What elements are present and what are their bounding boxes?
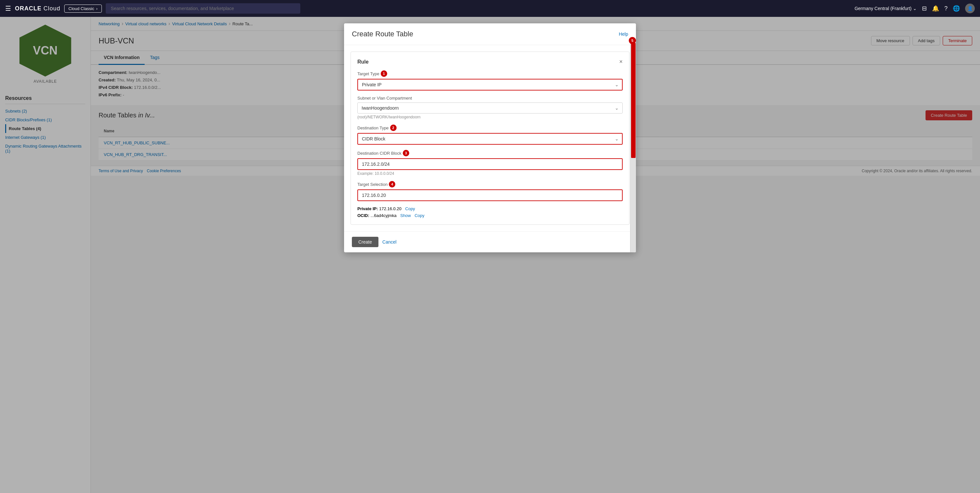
cloud-classic-arrow-icon: › [96,6,98,11]
ocid-show-link[interactable]: Show [400,213,411,218]
target-selection-label-text: Target Selection [357,182,388,187]
cloud-classic-button[interactable]: Cloud Classic › [64,5,102,13]
target-type-select-wrapper: Private IP Internet Gateway NAT Gateway … [357,79,623,91]
cloud-classic-label: Cloud Classic [68,6,94,11]
target-type-select[interactable]: Private IP Internet Gateway NAT Gateway … [357,79,623,91]
ocid-value: ...6ad4cyjmka [370,213,396,218]
hamburger-icon[interactable]: ☰ [5,5,11,12]
destination-type-select[interactable]: CIDR Block Service [357,133,623,145]
monitor-icon[interactable]: ⊟ [922,5,927,12]
globe-icon[interactable]: 🌐 [953,5,960,12]
rule-close-button[interactable]: × [619,58,623,65]
ocid-label: OCID: [357,213,370,218]
target-selection-label: Target Selection 4 [357,181,623,188]
destination-cidr-badge: 3 [403,150,409,156]
modal-scrollbar[interactable]: 5 [630,43,636,252]
ocid-row: OCID: ...6ad4cyjmka Show Copy [357,213,623,218]
private-ip-value: 172.16.0.20 [379,206,401,211]
destination-cidr-label: Destination CIDR Block 3 [357,150,623,156]
rule-panel: Rule × Target Type 1 Private IP Internet… [350,52,630,225]
destination-type-label: Destination Type 2 [357,124,623,131]
destination-cidr-group: Destination CIDR Block 3 Example: 10.0.0… [357,150,623,176]
avatar[interactable]: 👤 [965,3,975,13]
top-nav: ☰ ORACLE Cloud Cloud Classic › Germany C… [0,0,980,17]
rule-title: Rule × [357,58,623,65]
nav-right: Germany Central (Frankfurt) ⌄ ⊟ 🔔 ? 🌐 👤 [854,3,975,13]
target-type-badge: 1 [381,70,387,77]
subnet-compartment-label: Subnet or Vlan Compartment [357,96,623,100]
subnet-compartment-select[interactable]: IwanHoogendoorn [357,102,623,113]
private-ip-label: Private IP: [357,206,379,211]
modal-footer: Create Cancel [344,231,636,252]
oracle-logo: ORACLE Cloud [15,5,60,12]
search-input[interactable] [106,3,300,14]
modal-create-button[interactable]: Create [352,237,379,247]
target-selection-input[interactable] [357,189,623,201]
help-icon[interactable]: ? [944,5,948,12]
ocid-copy-link[interactable]: Copy [414,213,424,218]
destination-cidr-label-text: Destination CIDR Block [357,151,401,156]
subnet-compartment-label-text: Subnet or Vlan Compartment [357,96,412,100]
modal-help-link[interactable]: Help [619,32,628,37]
destination-cidr-input[interactable] [357,158,623,170]
target-type-label: Target Type 1 [357,70,623,77]
modal-overlay: Create Route Table Help Rule × Target Ty… [0,17,980,493]
bell-icon[interactable]: 🔔 [932,5,939,12]
target-selection-badge: 4 [389,181,395,188]
scroll-thumb [631,43,636,158]
destination-cidr-example: Example: 10.0.0.0/24 [357,171,623,176]
private-ip-row: Private IP: 172.16.0.20 Copy [357,206,623,211]
region-selector[interactable]: Germany Central (Frankfurt) ⌄ [854,6,917,11]
region-label: Germany Central (Frankfurt) [854,6,912,11]
nav-icons: ⊟ 🔔 ? 🌐 👤 [922,3,975,13]
destination-type-group: Destination Type 2 CIDR Block Service [357,124,623,145]
subnet-compartment-select-wrapper: IwanHoogendoorn [357,102,623,113]
destination-type-label-text: Destination Type [357,126,389,130]
destination-type-badge: 2 [390,124,397,131]
target-type-label-text: Target Type [357,72,379,76]
subnet-compartment-group: Subnet or Vlan Compartment IwanHoogendoo… [357,96,623,119]
chevron-down-icon: ⌄ [913,6,917,11]
target-type-group: Target Type 1 Private IP Internet Gatewa… [357,70,623,91]
create-route-table-modal: Create Route Table Help Rule × Target Ty… [344,23,636,252]
destination-type-select-wrapper: CIDR Block Service [357,133,623,145]
rule-label: Rule [357,59,369,65]
private-ip-info: Private IP: 172.16.0.20 Copy OCID: ...6a… [357,206,623,218]
target-selection-group: Target Selection 4 [357,181,623,201]
private-ip-copy-link[interactable]: Copy [406,206,415,211]
subnet-compartment-hint: (root)/NETWORK/IwanHoogendoorn [357,115,623,119]
modal-title: Create Route Table [352,30,413,38]
scroll-number-badge: 5 [629,37,636,44]
modal-cancel-button[interactable]: Cancel [382,239,397,245]
